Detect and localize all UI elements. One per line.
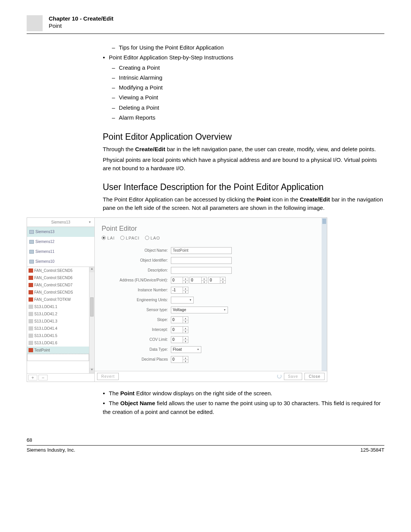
tree-leaf-empty[interactable] — [27, 354, 89, 361]
point-icon — [29, 305, 33, 309]
radio-icon — [102, 236, 106, 240]
step-down-icon[interactable]: ▼ — [183, 360, 188, 363]
folder-icon — [29, 240, 34, 244]
point-icon — [29, 341, 33, 345]
tree-node[interactable]: Siemens13 — [27, 227, 94, 237]
close-button[interactable]: Close — [304, 373, 325, 380]
tree-leaf[interactable]: FAN_Control:SECNDS — [27, 289, 89, 296]
tree-leaf[interactable]: FAN_Control:SECND5 — [27, 267, 89, 274]
step-up-icon[interactable]: ▲ — [183, 317, 188, 320]
scroll-thumb[interactable] — [90, 297, 94, 316]
point-icon — [29, 334, 33, 338]
toc-item: Tips for Using the Point Editor Applicat… — [112, 43, 384, 52]
after-bullet: The Object Name field allows the user to… — [103, 399, 384, 417]
cov-spin[interactable]: ▲▼ — [171, 336, 188, 343]
point-icon — [29, 319, 33, 323]
header-icon — [27, 15, 43, 31]
label: Intercept: — [95, 328, 171, 332]
object-id-input[interactable] — [171, 257, 232, 264]
scrollbar-right[interactable] — [322, 218, 327, 371]
step-up-icon[interactable]: ▲ — [202, 277, 207, 281]
revert-button[interactable]: Revert — [97, 373, 119, 380]
tree-leaf[interactable]: S13.LDO41.1 — [27, 303, 89, 310]
step-up-icon[interactable]: ▲ — [183, 327, 188, 330]
tree-leaf[interactable]: S13.LDO41.6 — [27, 339, 89, 347]
label: Object Name: — [95, 248, 171, 252]
tree-node[interactable]: Siemens10 — [27, 257, 94, 267]
step-up-icon[interactable]: ▲ — [183, 277, 188, 281]
tree-leaf[interactable]: S13.LDO41.3 — [27, 318, 89, 325]
tree-node[interactable]: Siemens11 — [27, 247, 94, 257]
chapter-title: Chapter 10 - Create/Edit — [49, 15, 113, 22]
radio-lai[interactable]: LAI — [102, 236, 115, 240]
footer-right: 125-3584T — [360, 447, 384, 453]
address-spin-2[interactable]: ▲▼ — [208, 277, 226, 284]
radio-lpaci[interactable]: LPACI — [120, 236, 140, 240]
scroll-down-icon[interactable]: ▼ — [89, 368, 94, 373]
step-down-icon[interactable]: ▼ — [183, 291, 188, 294]
footer-left: Siemens Industry, Inc. — [27, 447, 75, 453]
point-icon — [29, 276, 33, 280]
point-icon — [29, 312, 33, 316]
tree-leaf[interactable]: FAN_Control:SECND7 — [27, 281, 89, 289]
radio-lao[interactable]: LAO — [145, 236, 160, 240]
tree-node[interactable]: Siemens12 — [27, 237, 94, 247]
point-icon — [29, 283, 33, 287]
chevron-down-icon: ▼ — [197, 348, 199, 351]
step-down-icon[interactable]: ▼ — [183, 330, 188, 333]
step-up-icon[interactable]: ▲ — [183, 356, 188, 360]
save-button[interactable]: Save — [284, 373, 303, 380]
step-down-icon[interactable]: ▼ — [183, 340, 188, 343]
page-number: 68 — [27, 437, 384, 443]
toc-bullet: Point Editor Application Step-by-Step In… — [103, 53, 384, 62]
step-up-icon[interactable]: ▲ — [220, 277, 225, 281]
add-button[interactable]: + — [28, 375, 37, 380]
label: Instance Number: — [95, 288, 171, 292]
intercept-spin[interactable]: ▲▼ — [171, 326, 188, 333]
object-name-input[interactable] — [171, 247, 232, 254]
tree-leaf[interactable]: S13.LDO41.4 — [27, 325, 89, 332]
label: Data Type: — [95, 347, 171, 351]
decimal-spin[interactable]: ▲▼ — [171, 356, 188, 363]
tree-leaf[interactable]: S13.LDO41.2 — [27, 310, 89, 318]
slope-spin[interactable]: ▲▼ — [171, 316, 188, 323]
section-title-ui: User Interface Description for the Point… — [103, 182, 384, 192]
label: Engineering Uints: — [95, 298, 171, 302]
step-down-icon[interactable]: ▼ — [202, 281, 207, 284]
label: Address (FLN/Device/Point): — [95, 278, 171, 282]
address-spin-1[interactable]: ▲▼ — [190, 277, 207, 284]
chevron-down-icon: ▼ — [88, 220, 91, 224]
section-title-overview: Point Editor Application Overview — [103, 132, 384, 142]
label: Decimal Places — [95, 357, 171, 361]
step-down-icon[interactable]: ▼ — [220, 281, 225, 284]
data-type-select[interactable]: Float▼ — [171, 346, 201, 353]
folder-icon — [29, 250, 34, 254]
eng-units-select[interactable]: ▼ — [171, 297, 194, 304]
step-down-icon[interactable]: ▼ — [183, 281, 188, 284]
point-icon — [29, 348, 33, 352]
tree-leaf[interactable]: S13.LDO41.5 — [27, 332, 89, 339]
tree-leaf[interactable]: FAN_Control:TOTKW — [27, 296, 89, 303]
point-editor-screenshot: Siemens13▼ Siemens13Siemens12Siemens11Si… — [27, 217, 327, 382]
chapter-sub: Point — [49, 22, 113, 29]
step-up-icon[interactable]: ▲ — [183, 287, 188, 291]
description-input[interactable] — [171, 267, 232, 274]
instance-spin[interactable]: ▲▼ — [171, 287, 188, 294]
tree-leaf[interactable]: TestPoint — [27, 347, 89, 354]
point-icon — [29, 268, 33, 273]
step-up-icon[interactable]: ▲ — [183, 337, 188, 340]
scrollbar[interactable]: ▲ ▼ — [89, 267, 94, 373]
panel-dropdown[interactable]: Siemens13▼ — [27, 218, 94, 227]
point-icon — [29, 326, 33, 331]
folder-icon — [29, 230, 34, 234]
remove-button[interactable]: − — [38, 375, 48, 380]
sensor-type-select[interactable]: Voltage▼ — [171, 307, 228, 313]
scroll-up-icon[interactable]: ▲ — [89, 267, 94, 272]
tree-leaf[interactable]: FAN_Control:SECND6 — [27, 274, 89, 281]
toc-item: Viewing a Point — [112, 93, 384, 102]
toc-item: Intrinsic Alarming — [112, 73, 384, 82]
label: Description: — [95, 268, 171, 272]
address-spin-0[interactable]: ▲▼ — [171, 277, 188, 284]
point-icon — [29, 297, 33, 302]
step-down-icon[interactable]: ▼ — [183, 320, 188, 323]
